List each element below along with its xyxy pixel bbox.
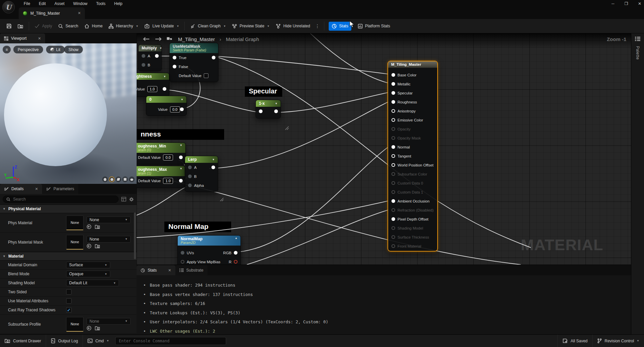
preview-mesh-plane-button[interactable]	[116, 177, 121, 182]
blend-mode-dropdown[interactable]: Opaque▼	[66, 271, 110, 277]
preview-mesh-cylinder-button[interactable]	[102, 177, 108, 182]
output-pin[interactable]	[163, 87, 166, 91]
input-pin[interactable]	[142, 54, 145, 58]
master-pin[interactable]	[391, 82, 395, 86]
use-selected-icon[interactable]	[87, 326, 92, 331]
preview-mesh-teapot-button[interactable]	[129, 177, 135, 182]
hide-unrelated-button[interactable]: Hide Unrelated	[273, 22, 313, 31]
revision-control-dropdown[interactable]: Revision Control▼	[593, 335, 644, 347]
display-filter-icon[interactable]	[121, 197, 126, 202]
node-lerp[interactable]: Lerp▼ A B Alpha	[185, 156, 218, 192]
node-multiply[interactable]: Multiply▼ A B	[138, 44, 162, 71]
master-pin[interactable]	[391, 118, 395, 122]
phys-material-thumbnail[interactable]: None	[66, 216, 84, 230]
viewport-close-icon[interactable]: ✕	[29, 36, 41, 41]
details-search-input[interactable]	[13, 197, 115, 202]
output-pin[interactable]	[155, 54, 159, 58]
master-pin[interactable]	[391, 73, 395, 77]
two-sided-checkbox[interactable]	[66, 289, 71, 295]
subsurface-profile-thumbnail[interactable]: None	[66, 317, 84, 332]
substrate-tab[interactable]: Substrate	[175, 265, 207, 275]
output-pin[interactable]	[179, 155, 183, 159]
browse-to-asset-icon[interactable]	[95, 326, 100, 331]
details-tab[interactable]: Details ✕	[0, 184, 42, 194]
menu-file[interactable]: File	[19, 1, 34, 7]
nav-forward-icon[interactable]	[155, 37, 162, 41]
viewport-tab[interactable]: Viewport ✕	[0, 33, 45, 43]
use-selected-icon[interactable]	[87, 244, 92, 249]
output-log-button[interactable]: Output Log	[46, 335, 83, 347]
node-brightness-param[interactable]: ightness▼ Value1.0	[137, 73, 169, 97]
nav-back-icon[interactable]	[143, 37, 150, 41]
master-pin[interactable]	[391, 91, 395, 95]
use-selected-icon[interactable]	[87, 224, 92, 229]
hierarchy-button[interactable]: Hierarchy▼	[106, 22, 141, 31]
master-pin[interactable]	[391, 100, 395, 104]
platform-stats-button[interactable]: Platform Stats	[355, 22, 393, 31]
node-zero-param[interactable]: 0▼ Value0.0	[146, 96, 187, 116]
comment-specular[interactable]: Specular	[245, 86, 282, 97]
output-pin[interactable]	[212, 56, 215, 59]
material-domain-dropdown[interactable]: Surface▼	[66, 262, 110, 268]
node-roughness-min[interactable]: oughness_Min▼ aram (0) Default Value0.0	[137, 142, 186, 164]
browse-to-asset-icon[interactable]	[95, 244, 100, 249]
window-maximize-icon[interactable]: ❐	[624, 1, 629, 6]
details-close-icon[interactable]: ✕	[26, 187, 38, 191]
shading-model-dropdown[interactable]: Default Lit▼	[66, 280, 119, 286]
browse-to-asset-icon[interactable]	[95, 224, 100, 229]
input-pin[interactable]	[188, 175, 192, 178]
toolbar-overflow-icon[interactable]: ⋮	[313, 23, 322, 29]
phys-material-mask-dropdown[interactable]: None▼	[87, 236, 131, 243]
comment-resize-handle[interactable]	[220, 198, 224, 202]
phys-material-mask-thumbnail[interactable]: None	[66, 235, 84, 250]
node-master-output[interactable]: M_Tiling_Master Base Color Metallic Spec…	[387, 61, 438, 252]
default-value-checkbox[interactable]	[204, 73, 208, 78]
preview-mesh-sphere-button[interactable]	[109, 177, 115, 182]
browse-asset-button[interactable]	[15, 21, 26, 31]
output-pin[interactable]	[211, 165, 215, 169]
parameters-tab[interactable]: Parameters	[42, 184, 78, 194]
input-pin[interactable]	[181, 260, 184, 264]
details-search-box[interactable]	[3, 196, 119, 203]
output-pin[interactable]	[274, 109, 278, 113]
content-drawer-button[interactable]: Content Drawer	[0, 335, 46, 347]
value-field[interactable]: 0.0	[163, 154, 173, 160]
menu-window[interactable]: Window	[69, 1, 92, 7]
master-pin[interactable]	[391, 145, 395, 149]
tab-close-icon[interactable]: ✕	[70, 11, 81, 15]
comment-normal-map[interactable]: Normal Map	[164, 222, 231, 232]
settings-gear-icon[interactable]	[129, 197, 134, 202]
node-roughness-max[interactable]: oughness_Max▼ aram (1) Default Value1.0	[137, 166, 186, 188]
input-pin[interactable]	[259, 109, 263, 113]
perspective-dropdown[interactable]: Perspective	[13, 46, 43, 53]
master-pin[interactable]	[391, 163, 395, 167]
subsurface-profile-dropdown[interactable]: None▼	[87, 318, 131, 325]
palette-tab[interactable]: Palette	[635, 46, 640, 60]
all-saved-indicator[interactable]: All Saved	[558, 335, 592, 347]
breadcrumb-asset[interactable]: M_Tiling_Master	[178, 36, 215, 42]
comment-roughness[interactable]: nness	[137, 129, 224, 140]
save-button[interactable]	[3, 21, 15, 31]
value-field[interactable]: 1.0	[147, 86, 157, 92]
master-pin[interactable]	[391, 199, 395, 203]
cast-ray-traced-shadows-checkbox[interactable]: ✓	[66, 307, 71, 313]
menu-help[interactable]: Help	[110, 1, 127, 7]
search-button[interactable]: Search	[55, 22, 81, 31]
menu-edit[interactable]: Edit	[34, 1, 50, 7]
viewport-menu-icon[interactable]: ≡	[3, 46, 11, 53]
output-pin[interactable]	[179, 179, 183, 183]
output-pin[interactable]	[180, 107, 184, 111]
node-switch-param[interactable]: UseMetalMask Switch Param (False) True F…	[169, 43, 218, 82]
menu-asset[interactable]: Asset	[50, 1, 69, 7]
window-minimize-icon[interactable]: ─	[611, 1, 615, 6]
stats-close-icon[interactable]: ✕	[159, 268, 171, 273]
value-field[interactable]: 0.0	[170, 106, 180, 112]
asset-tab-m-tiling-master[interactable]: M_Tiling_Master ✕	[19, 7, 85, 19]
lit-dropdown[interactable]: Lit	[46, 46, 65, 53]
apply-button[interactable]: Apply	[31, 21, 55, 31]
phys-material-dropdown[interactable]: None▼	[87, 217, 131, 223]
master-pin[interactable]	[391, 109, 395, 113]
preview-mesh-cube-button[interactable]	[122, 177, 128, 182]
section-material[interactable]: ▼ Material	[0, 252, 137, 261]
section-physical-material[interactable]: ▼ Physical Material	[0, 205, 137, 213]
